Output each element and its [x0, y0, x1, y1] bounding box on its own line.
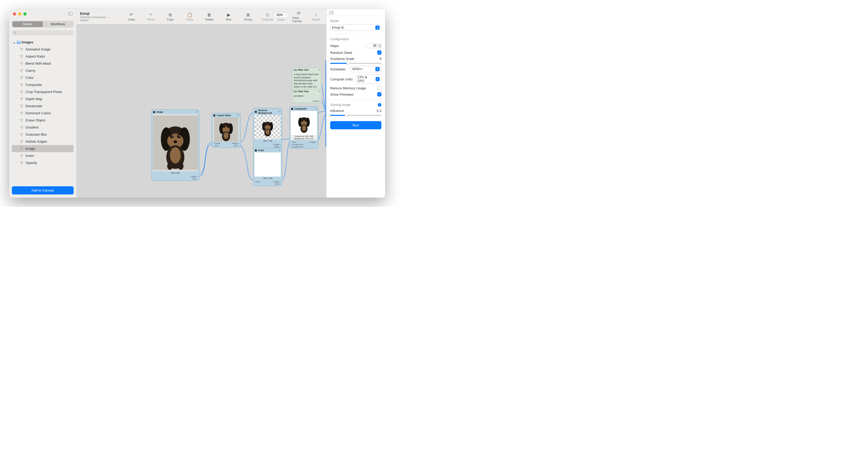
zoom-select[interactable]: 50%⌄	[274, 12, 288, 18]
show-previews-row: Show Previews	[330, 92, 381, 96]
sd-port[interactable]: • MLSD	[326, 122, 326, 124]
close-icon[interactable]: ×	[238, 114, 239, 117]
add-to-canvas-button[interactable]: Add to Canvas	[12, 186, 73, 194]
redo-button[interactable]: ↷Redo	[144, 12, 157, 21]
toolbar-right: 50%⌄ Zoom ⟳Clear Canvas ⇧Export	[274, 11, 326, 23]
sd-port[interactable]: • Tile	[326, 138, 326, 140]
tree-item-invert[interactable]: Invert	[12, 152, 73, 159]
sd-port[interactable]: • Depth	[326, 131, 326, 133]
random-seed-checkbox[interactable]	[377, 51, 381, 55]
inspector-run-button[interactable]: Run	[330, 121, 381, 129]
node-aspect-ratio[interactable]: ▦Aspect Ratio× • Image• SizeImage •Size …	[212, 113, 241, 148]
tree-item-gradient[interactable]: Gradient	[12, 124, 73, 131]
sd-port[interactable]: • Line Art (Anime)	[326, 129, 326, 131]
tab-workflows[interactable]: Workflows	[43, 21, 73, 27]
tree-item-guassian-blur[interactable]: Guassian Blur	[12, 131, 73, 138]
influence-slider[interactable]	[330, 115, 381, 116]
guidance-row: Guidance Scale 9	[330, 57, 381, 61]
compute-select[interactable]: CPU & GPU	[356, 74, 381, 84]
tree-item-color[interactable]: Color	[12, 74, 73, 81]
sd-port[interactable]: • QR Code	[326, 140, 326, 143]
tree-item-erase-object[interactable]: Erase Object	[12, 117, 73, 124]
app-window: Nodes Workflows ⌄ Images Animated ImageA…	[9, 9, 385, 198]
sd-port[interactable]: • Blur	[326, 136, 326, 138]
tree-item-composite[interactable]: Composite	[12, 81, 73, 88]
panel-icon[interactable]	[329, 11, 333, 14]
tree-item-dominant-colors[interactable]: Dominant Colors	[12, 109, 73, 117]
tree-item-canny[interactable]: Canny	[12, 67, 73, 74]
scheduler-select[interactable]: DPM++	[350, 66, 381, 72]
scheduler-row: Scheduler DPM++	[330, 66, 381, 72]
sd-port[interactable]: • Inpainting	[326, 133, 326, 136]
sd-port[interactable]: • Prompt (Text)	[326, 108, 326, 111]
toggle-sidebar-icon[interactable]	[68, 12, 72, 16]
svg-point-64	[172, 135, 173, 136]
ungroup-button[interactable]: ⊟Ungroup	[261, 12, 274, 21]
sd-port[interactable]: • Custom Edges	[326, 119, 326, 122]
guidance-slider[interactable]	[330, 63, 381, 64]
node-remove-background[interactable]: ▦Remove Background× 793 x 793 Image •Mas…	[253, 108, 282, 149]
zoom-window-icon[interactable]	[23, 12, 27, 15]
svg-point-5	[18, 41, 19, 42]
group-button[interactable]: ⊞Group	[242, 12, 255, 21]
close-icon[interactable]: ×	[319, 90, 320, 93]
sd-port[interactable]: • Negative Prompt (Text)	[326, 111, 326, 114]
show-previews-checkbox[interactable]	[377, 92, 381, 96]
influence-row: Influence 0.3	[330, 109, 381, 113]
tree-item-animated-image[interactable]: Animated Image	[12, 46, 73, 53]
undo-button[interactable]: ↶Undo	[125, 12, 138, 21]
node-color[interactable]: ▦Color× 793 x 793 • SizeImage •Size •	[253, 148, 282, 186]
node-image[interactable]: ▦Image× 7	[151, 109, 199, 181]
svg-point-17	[21, 71, 22, 72]
clear-canvas-button[interactable]: ⟳Clear Canvas	[292, 11, 305, 23]
tree-item-blend-with-mask[interactable]: Blend With Mask	[12, 60, 73, 67]
sd-port[interactable]: • Starting Image	[326, 114, 326, 117]
svg-point-77	[227, 126, 229, 128]
node-composite[interactable]: ▦Composite× Foreground: 940 x 940 Backgr…	[289, 106, 318, 149]
close-icon[interactable]: ×	[279, 111, 280, 113]
paste-button[interactable]: 📋Paste	[183, 12, 196, 21]
sd-port[interactable]: • Scribble	[326, 124, 326, 126]
sd-port[interactable]: • Mask (Inpainting)	[326, 117, 326, 119]
steps-input[interactable]	[366, 43, 378, 49]
tree-item-aspect-ratio[interactable]: Aspect Ratio	[12, 53, 73, 60]
run-button[interactable]: ▶Run	[222, 12, 235, 21]
tree-item-depth-map[interactable]: Depth Map	[12, 95, 73, 102]
model-select[interactable]: Emoji XL	[330, 25, 381, 31]
close-icon[interactable]: ×	[315, 107, 317, 110]
info-icon[interactable]: i	[378, 103, 381, 107]
copy-button[interactable]: ⧉Copy	[164, 12, 177, 21]
sd-port[interactable]: • Line Art	[326, 126, 326, 129]
node-type-icon	[20, 48, 23, 51]
close-icon[interactable]: ×	[279, 149, 280, 152]
tree-item-crop-transparent-pixels[interactable]: Crop Transparent Pixels	[12, 88, 73, 95]
canvas[interactable]: ▦Image× 7	[76, 25, 326, 198]
node-type-icon	[20, 97, 23, 101]
minimize-window-icon[interactable]	[18, 12, 21, 15]
tree-group-images[interactable]: ⌄ Images	[11, 39, 75, 46]
tree-item-desaturate[interactable]: Desaturate	[12, 102, 73, 109]
main-area: Emoji Odyssey Document — Edited ↶Undo ↷R…	[76, 9, 326, 198]
svg-point-84	[266, 125, 267, 126]
steps-stepper[interactable]: ▴▾	[378, 43, 381, 48]
tab-nodes[interactable]: Nodes	[12, 21, 43, 27]
reduce-memory-checkbox[interactable]	[377, 86, 381, 90]
node-plain-text-2[interactable]: AaPlain Text× pixelated Output •	[292, 89, 321, 103]
close-window-icon[interactable]	[13, 12, 16, 15]
close-icon[interactable]: ×	[196, 111, 198, 113]
search-input[interactable]	[12, 30, 73, 35]
export-button[interactable]: ⇧Export	[309, 12, 322, 21]
svg-point-29	[21, 99, 22, 100]
svg-point-11	[21, 57, 22, 58]
delete-button[interactable]: 🗑Delete	[203, 12, 216, 21]
tree-item-opacity[interactable]: Opacity	[12, 159, 73, 166]
node-stable-diffusion[interactable]: ▦Stable Diffusion× • Prompt (Text)• Nega…	[326, 60, 326, 147]
close-icon[interactable]: ×	[319, 69, 320, 71]
svg-point-69	[167, 163, 173, 170]
tree-item-holistic-edges[interactable]: Holistic Edges	[12, 138, 73, 145]
document-title: Emoji	[80, 11, 111, 15]
config-section-label: Configuration	[330, 37, 381, 41]
node-type-icon	[20, 154, 23, 158]
tree-item-image[interactable]: Image	[12, 145, 73, 152]
node-type-icon	[20, 126, 23, 129]
